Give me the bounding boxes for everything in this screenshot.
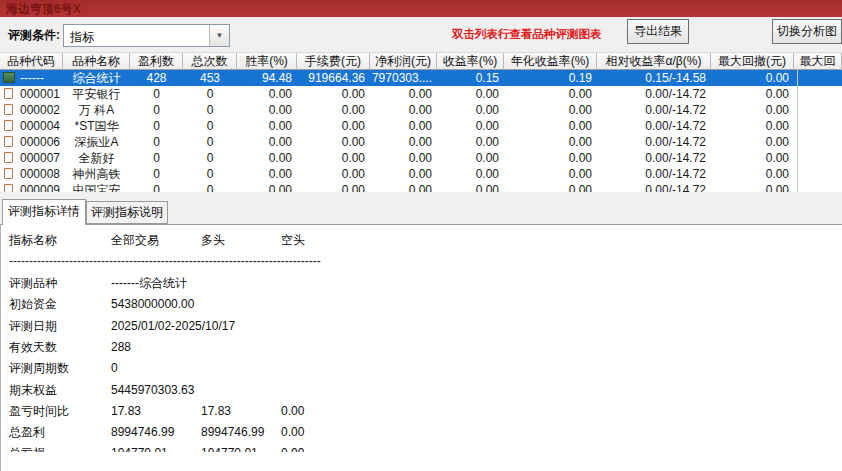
cell-value: 0.00 [297, 150, 370, 166]
cell-value: 0.00 [297, 118, 370, 134]
cell-value: 0 [183, 102, 237, 118]
detail-value: 8994746.99 [201, 425, 264, 440]
chevron-down-icon[interactable]: ▼ [209, 25, 229, 46]
cell-code: ------ [0, 70, 63, 86]
cell-value: 0.15/-14.58 [597, 70, 711, 86]
symbol-code: 000001 [20, 86, 60, 102]
detail-value: 2025/01/02-2025/10/17 [111, 319, 235, 334]
tab-strip: 评测指标详情评测指标说明 [0, 192, 842, 224]
table-row[interactable]: 000006深振业A000.000.000.000.000.000.00/-14… [0, 134, 842, 150]
detail-pane: 指标名称全部交易多头空头----------------------------… [0, 224, 842, 471]
results-table: 品种代码品种名称盈利数总次数胜率(%)手续费(元)净利润(元)收益率(%)年化收… [0, 52, 842, 192]
export-results-button[interactable]: 导出结果 [627, 19, 689, 44]
detail-row: 总盈利8994746.998994746.990.00 [1, 425, 842, 441]
hint-text: 双击列表行查看品种评测图表 [452, 27, 602, 42]
cell-value: 0.00 [237, 118, 297, 134]
column-header[interactable]: 品种代码 [0, 53, 63, 70]
cell-value: 0 [130, 86, 183, 102]
column-header[interactable]: 最大回撤(元) [711, 53, 794, 70]
column-header[interactable]: 收益率(%) [437, 53, 504, 70]
detail-value: 空头 [281, 233, 305, 248]
cell-value [794, 102, 842, 118]
cell-code: 000008 [0, 166, 63, 182]
detail-value: 5438000000.00 [111, 297, 194, 312]
cell-value: 0 [183, 118, 237, 134]
column-header[interactable]: 相对收益率α/β(%) [597, 53, 711, 70]
column-header[interactable]: 年化收益率(%) [504, 53, 597, 70]
cell-value: 0 [130, 150, 183, 166]
detail-value: 288 [111, 340, 131, 355]
cell-value: 0.00 [237, 150, 297, 166]
doc-icon [4, 120, 13, 131]
cell-value: 0.00 [237, 134, 297, 150]
table-row[interactable]: 000004*ST国华000.000.000.000.000.000.00/-1… [0, 118, 842, 134]
cell-value [794, 150, 842, 166]
table-row[interactable]: 000001平安银行000.000.000.000.000.000.00/-14… [0, 86, 842, 102]
cell-code: 000009 [0, 182, 63, 192]
cell-value: 7970303.... [370, 70, 437, 86]
cell-value: 0.00/-14.72 [597, 86, 711, 102]
detail-label: 初始资金 [9, 297, 57, 312]
cell-value: 0.00 [504, 102, 597, 118]
tab-indicator-description[interactable]: 评测指标说明 [86, 201, 168, 224]
cell-value: 0 [130, 118, 183, 134]
condition-combobox[interactable]: 指标 ▼ [63, 24, 230, 47]
cell-value [794, 70, 842, 86]
column-header[interactable]: 总次数 [183, 53, 237, 70]
cell-value: 0.00 [711, 166, 794, 182]
cell-value: 453 [183, 70, 237, 86]
cell-code: 000004 [0, 118, 63, 134]
cell-value: 0.00 [437, 134, 504, 150]
detail-label: 期末权益 [9, 383, 57, 398]
column-header[interactable]: 品种名称 [63, 53, 130, 70]
cell-value [794, 134, 842, 150]
detail-row: 盈亏时间比17.8317.830.00 [1, 404, 842, 420]
column-header[interactable]: 盈利数 [130, 53, 183, 70]
detail-row: 评测周期数0 [1, 361, 842, 377]
table-row[interactable]: 000002万 科A000.000.000.000.000.000.00/-14… [0, 102, 842, 118]
column-header[interactable]: 胜率(%) [237, 53, 297, 70]
cell-value: 0.00/-14.72 [597, 134, 711, 150]
dashed-separator: ----------------------------------------… [9, 254, 509, 268]
symbol-code: ------ [20, 70, 44, 86]
detail-value: 8994746.99 [111, 425, 174, 440]
detail-label: 评测品种 [9, 276, 57, 291]
cell-value: 0 [130, 134, 183, 150]
cell-value: 0.00 [711, 70, 794, 86]
column-header[interactable]: 净利润(元) [370, 53, 437, 70]
table-row[interactable]: ------综合统计42845394.48919664.367970303...… [0, 70, 842, 86]
cell-value: 0.00 [370, 166, 437, 182]
symbol-code: 000006 [20, 134, 60, 150]
cell-value: 0.00 [504, 118, 597, 134]
symbol-code: 000004 [20, 118, 60, 134]
table-row[interactable]: 000009中国宝安000.000.000.000.000.000.00/-14… [0, 182, 842, 192]
app-window: 海边穹顶6号X 评测条件: 指标 ▼ 双击列表行查看品种评测图表 导出结果 切换… [0, 0, 842, 471]
switch-analysis-chart-button[interactable]: 切换分析图 [772, 19, 842, 44]
detail-value: 0.00 [281, 425, 304, 440]
cell-value: 0.00/-14.72 [597, 150, 711, 166]
cell-value: 0.00 [504, 134, 597, 150]
cell-value: 0.00 [370, 150, 437, 166]
cell-value [794, 166, 842, 182]
table-body[interactable]: ------综合统计42845394.48919664.367970303...… [0, 70, 842, 192]
cell-value: 0 [130, 182, 183, 192]
column-header[interactable]: 最大回 [794, 53, 842, 70]
column-divider [797, 70, 798, 192]
stats-icon [3, 72, 15, 83]
condition-label: 评测条件: [8, 27, 60, 44]
cell-code: 000006 [0, 134, 63, 150]
cell-value: 919664.36 [297, 70, 370, 86]
tab-indicator-details[interactable]: 评测指标详情 [2, 199, 86, 225]
symbol-code: 000008 [20, 166, 60, 182]
cell-value: 0.00 [370, 182, 437, 192]
table-row[interactable]: 000007全新好000.000.000.000.000.000.00/-14.… [0, 150, 842, 166]
table-row[interactable]: 000008神州高铁000.000.000.000.000.000.00/-14… [0, 166, 842, 182]
cell-code: 000007 [0, 150, 63, 166]
cell-value: 0.00 [504, 150, 597, 166]
window-titlebar[interactable]: 海边穹顶6号X [0, 0, 842, 17]
cell-value: 0.00 [504, 182, 597, 192]
cell-value: 0.00/-14.72 [597, 166, 711, 182]
cell-value [794, 86, 842, 102]
column-header[interactable]: 手续费(元) [297, 53, 370, 70]
detail-label: 盈亏时间比 [9, 404, 69, 419]
